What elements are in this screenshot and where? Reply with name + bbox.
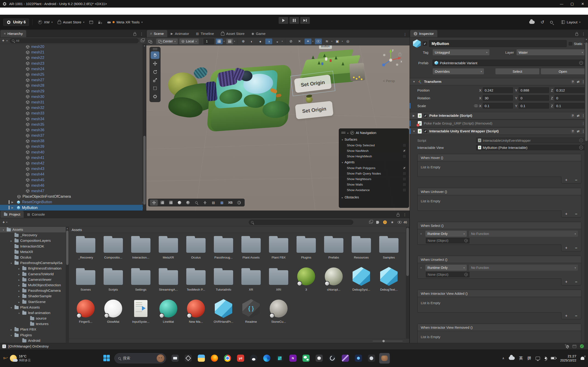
asset-item[interactable]: Resources	[347, 234, 375, 266]
meta-xr-tools-menu[interactable]: ∞ Meta XR Tools ▾	[107, 20, 143, 24]
account-menu[interactable]: XW ▾	[38, 20, 52, 24]
x-value-field[interactable]: 0.1	[483, 103, 513, 108]
shading-mode-icon[interactable]: ◐	[248, 39, 255, 44]
asset-item[interactable]: XR	[237, 266, 265, 298]
asset-item[interactable]: _Recovery	[72, 234, 99, 266]
version-control-button[interactable]	[98, 20, 102, 24]
thumbnail-zoom-slider[interactable]	[373, 340, 403, 342]
menu-item[interactable]	[59, 8, 66, 15]
foldout-arrow-icon[interactable]	[342, 160, 343, 164]
shaded-wireframe-icon[interactable]: ⊕	[240, 39, 247, 44]
foldout-arrow-icon[interactable]	[17, 272, 21, 276]
drag-handle-icon[interactable]: ≡	[420, 267, 423, 268]
transform-tool-button[interactable]	[151, 93, 159, 100]
breadcrumb[interactable]: Assets	[69, 227, 406, 233]
menu-item[interactable]	[14, 8, 21, 15]
pan-tool-icon[interactable]	[201, 200, 209, 206]
favorites-icon[interactable]	[391, 220, 394, 224]
lock-icon[interactable]	[397, 214, 399, 217]
hidden-icons-chevron[interactable]: ∧	[502, 357, 504, 360]
hierarchy-item[interactable]: ▶ mesh45 ›	[0, 177, 146, 183]
project-tree-item[interactable]: Plant Assets	[0, 305, 69, 310]
prefab-object-field[interactable]: PokeInteractable Variant	[432, 60, 585, 66]
scroll-up-arrow[interactable]: ▲	[143, 44, 146, 47]
stats-icon[interactable]: ▥	[218, 200, 226, 206]
tab-animator[interactable]: ▶Animator	[167, 30, 192, 37]
tab-inspector[interactable]: i Inspector	[410, 30, 437, 37]
console-message[interactable]: [OVRManager] OnDestroy	[8, 344, 49, 348]
ai-navigation-header[interactable]: AI Navigation	[339, 129, 409, 136]
checkbox[interactable]	[403, 166, 406, 170]
scale-tool-button[interactable]	[151, 76, 159, 84]
asset-item[interactable]: DebugText...	[375, 266, 403, 298]
target-object-field[interactable]: None (Object)	[426, 272, 469, 277]
asset-item[interactable]: Prefabs	[320, 234, 347, 266]
search-by-type-icon[interactable]	[369, 221, 372, 224]
taskbar-app-icon[interactable]	[170, 353, 180, 364]
asset-item[interactable]: InputSyste...	[127, 298, 155, 330]
object-picker-icon[interactable]	[464, 239, 468, 242]
debug-draw-icon[interactable]: ◒	[274, 39, 281, 44]
hierarchy-item[interactable]: ▶ mesh34 ›	[0, 116, 146, 122]
scene-visibility-icon[interactable]	[315, 39, 322, 44]
create-asset-button[interactable]: +	[2, 220, 5, 225]
z-value-field[interactable]: 0.312	[554, 87, 585, 93]
tab-project[interactable]: Project	[0, 211, 24, 218]
presets-icon[interactable]	[577, 80, 579, 83]
scrollbar-thumb[interactable]	[66, 231, 69, 265]
plant-cell-model[interactable]	[209, 67, 290, 129]
project-tree-item[interactable]: Android	[0, 338, 69, 343]
scroll-up-arrow[interactable]: ▲	[585, 38, 588, 40]
hierarchy-item[interactable]: ▶ mesh42 ›	[0, 161, 146, 166]
mesh-grid-icon[interactable]	[167, 200, 175, 206]
project-tree-item[interactable]: Plant FBX	[0, 327, 69, 332]
asset-item[interactable]: Readme	[237, 298, 265, 330]
asset-item[interactable]: GlowMat	[99, 298, 127, 330]
play-button[interactable]	[279, 17, 288, 24]
foldout-arrow-icon[interactable]: ▶	[413, 114, 416, 117]
terrain-grid-icon[interactable]	[158, 200, 166, 206]
project-tree-item[interactable]: MetaXR	[0, 249, 69, 255]
asset-item[interactable]: Compositio...	[99, 234, 127, 266]
layer-dropdown[interactable]: Water▾	[517, 49, 585, 55]
help-icon[interactable]	[571, 114, 575, 118]
package-manager-button[interactable]	[89, 21, 93, 24]
hierarchy-item[interactable]: ▶ mesh37 ›	[0, 133, 146, 138]
foldout-arrow-icon[interactable]	[17, 311, 21, 315]
tag-dropdown[interactable]: Untagged▾	[433, 49, 489, 55]
project-tree-item[interactable]: InteractionSDK	[0, 244, 69, 249]
checkbox[interactable]	[403, 183, 406, 186]
taskbar-app-icon[interactable]	[261, 353, 272, 364]
kebab-menu-icon[interactable]	[403, 33, 407, 36]
taskbar-app-icon[interactable]	[183, 353, 193, 364]
transform-header[interactable]: ▼ Transform	[410, 78, 588, 85]
drag-handle-icon[interactable]: ≡	[420, 233, 423, 234]
ime-pinyin-indicator[interactable]: 拼	[527, 356, 531, 361]
tab-scene[interactable]: #Scene	[147, 30, 167, 37]
asset-item[interactable]: Scripts	[99, 266, 127, 298]
project-tree-item[interactable]: source	[0, 316, 69, 321]
rotate-tool-button[interactable]	[151, 68, 159, 75]
hierarchy-item[interactable]: ▶ mesh23 ›	[0, 61, 146, 66]
project-tree-item[interactable]: _Recovery	[0, 232, 69, 238]
foldout-arrow-icon[interactable]	[17, 289, 21, 293]
taskbar-app-icon[interactable]	[275, 353, 285, 364]
orientation-dropdown[interactable]: Local▾	[179, 39, 199, 44]
object-picker-icon[interactable]	[579, 61, 583, 65]
chevron-down-icon[interactable]: ▾	[282, 40, 283, 42]
runtime-mode-dropdown[interactable]: Runtime Only▾	[425, 231, 467, 237]
menu-item[interactable]	[1, 8, 8, 15]
menu-item[interactable]	[21, 8, 27, 15]
gameobject-name-field[interactable]: MyButton	[429, 40, 567, 47]
project-tree-item[interactable]: BrightnessEstimation	[0, 266, 69, 271]
grid-scrollbar[interactable]	[406, 227, 409, 339]
foldout-arrow-icon[interactable]	[17, 277, 21, 282]
gizmos-icon[interactable]: ◎	[344, 39, 351, 44]
x-value-field[interactable]: 0.242	[483, 87, 513, 93]
project-tree-item[interactable]: MultiObjectDetection	[0, 282, 69, 288]
hierarchy-item[interactable]: ▶ mesh25 ›	[0, 72, 146, 77]
remove-button[interactable]: −	[575, 280, 578, 284]
globe-icon[interactable]	[235, 200, 243, 206]
add-button[interactable]: +	[565, 280, 568, 284]
menu-item[interactable]	[46, 8, 53, 15]
